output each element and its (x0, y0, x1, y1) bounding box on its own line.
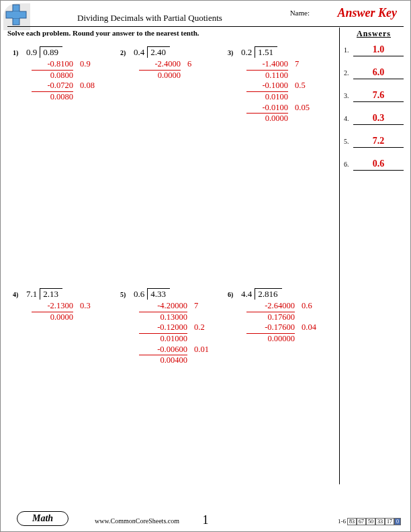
problem-number: 4) (13, 291, 18, 298)
work-line: 0.00400 (136, 355, 229, 366)
page-title: Dividing Decimals with Partial Quotients (77, 13, 222, 24)
partial-quotient: 0.01 (194, 345, 212, 355)
step-value: 0.0000 (136, 71, 181, 81)
step-value: 0.01000 (136, 334, 187, 345)
step-value: 0.0000 (244, 114, 288, 124)
answer-number: 2. (344, 69, 353, 77)
step-value: -2.4000 (136, 59, 181, 70)
answers-title: Answers (344, 29, 404, 39)
problem-number: 3) (228, 49, 233, 56)
partial-quotient: 0.3 (80, 301, 97, 312)
header-rule (7, 26, 404, 27)
divisor: 7.1 (26, 289, 40, 300)
svg-rect-2 (13, 11, 19, 18)
division-setup: 0.21.51 (241, 46, 277, 58)
dividend: 4.33 (147, 288, 170, 300)
work-line: -2.640000.6 (244, 301, 336, 312)
step-value: -0.0720 (29, 81, 73, 91)
problem-number: 5) (120, 291, 126, 298)
partial-quotient: 0.2 (194, 322, 212, 333)
work-steps: -4.2000070.13000-0.120000.20.01000-0.006… (136, 301, 229, 366)
step-value: -0.00600 (136, 345, 187, 355)
step-value: -0.8100 (29, 59, 73, 70)
answer-line: 6.0.6 (344, 159, 404, 171)
division-setup: 4.42.816 (241, 288, 282, 300)
work-line: 0.0800 (29, 71, 122, 81)
problem: 3)0.21.51-1.400070.1100-0.10000.50.0100-… (229, 46, 336, 124)
step-value: 0.0000 (29, 312, 73, 323)
answer-line: 4.0.3 (344, 113, 404, 125)
division-setup: 0.42.40 (134, 46, 170, 58)
work-line: -4.200007 (136, 301, 229, 312)
division-setup: 0.90.89 (26, 46, 62, 58)
problem: 2)0.42.40-2.400060.0000 (122, 46, 229, 81)
answer-value: 7.2 (353, 136, 404, 148)
partial-quotient: 7 (194, 301, 212, 312)
problem-number: 2) (120, 49, 126, 56)
dividend: 2.13 (40, 288, 62, 300)
partial-quotient: 0.08 (80, 81, 97, 91)
answer-value: 7.6 (353, 90, 404, 102)
answer-number: 3. (344, 92, 353, 99)
answer-key-label: Answer Key (337, 6, 397, 20)
subject-badge: Math (17, 511, 68, 526)
step-value: -0.17600 (244, 322, 295, 333)
score-cell: 67 (357, 518, 366, 525)
step-value: 0.00400 (136, 355, 187, 366)
work-line: -0.07200.08 (29, 81, 122, 91)
worksheet-page: Dividing Decimals with Partial Quotients… (0, 0, 411, 532)
work-line: 0.17600 (244, 312, 336, 323)
work-line: 0.0000 (136, 71, 229, 81)
work-line: 0.0080 (29, 92, 122, 103)
problem-number: 1) (13, 49, 18, 56)
partial-quotient: 0.04 (302, 322, 319, 333)
partial-quotient: 0.05 (295, 103, 312, 114)
problem: 6)4.42.816-2.640000.60.17600-0.176000.04… (229, 288, 336, 345)
partial-quotient: 7 (295, 59, 312, 70)
step-value: -0.0100 (244, 103, 288, 114)
work-steps: -2.640000.60.17600-0.176000.040.00000 (244, 301, 336, 345)
work-line: -2.40006 (136, 59, 229, 70)
answers-column: Answers 1.1.02.6.03.7.64.0.35.7.26.0.6 (339, 28, 404, 484)
score-cell: 0 (394, 518, 401, 525)
divisor: 0.6 (134, 289, 147, 300)
partial-quotient: 0.5 (295, 81, 312, 91)
partial-quotient: 6 (187, 59, 205, 70)
work-line: 0.01000 (136, 334, 229, 345)
step-value: -0.1000 (244, 81, 288, 91)
answer-number: 1. (344, 46, 353, 54)
work-steps: -1.400070.1100-0.10000.50.0100-0.01000.0… (244, 59, 336, 124)
answer-number: 5. (344, 138, 353, 145)
score-range: 1-6 (338, 518, 346, 525)
problem: 5)0.64.33-4.2000070.13000-0.120000.20.01… (122, 288, 229, 366)
step-value: 0.00000 (244, 334, 295, 345)
work-line: -0.81000.9 (29, 59, 122, 70)
work-line: -0.01000.05 (244, 103, 336, 114)
problem: 1)0.90.89-0.81000.90.0800-0.07200.080.00… (14, 46, 122, 103)
division-setup: 7.12.13 (26, 288, 62, 300)
division-setup: 0.64.33 (134, 288, 170, 300)
step-value: -4.20000 (136, 301, 187, 312)
work-line: -0.006000.01 (136, 345, 229, 355)
partial-quotient: 0.9 (80, 59, 97, 70)
work-line: 0.0000 (244, 114, 336, 124)
answer-value: 0.3 (353, 113, 404, 125)
work-line: -0.176000.04 (244, 322, 336, 333)
work-line: -1.40007 (244, 59, 336, 70)
score-cell: 83 (347, 518, 357, 525)
step-value: -2.1300 (29, 301, 73, 312)
work-steps: -0.81000.90.0800-0.07200.080.0080 (29, 59, 122, 103)
work-line: 0.0000 (29, 312, 122, 323)
problem: 4)7.12.13-2.13000.30.0000 (14, 288, 122, 322)
work-area: 1)0.90.89-0.81000.90.0800-0.07200.080.00… (7, 40, 335, 498)
answer-value: 1.0 (353, 44, 404, 56)
step-value: 0.0800 (29, 71, 73, 81)
source-url: www.CommonCoreSheets.com (95, 517, 179, 525)
step-value: 0.1100 (244, 71, 288, 81)
step-value: 0.13000 (136, 312, 187, 323)
page-number: 1 (203, 513, 209, 527)
step-value: 0.0100 (244, 92, 288, 103)
work-line: -0.120000.2 (136, 322, 229, 333)
dividend: 2.816 (255, 288, 281, 300)
work-line: -0.10000.5 (244, 81, 336, 91)
